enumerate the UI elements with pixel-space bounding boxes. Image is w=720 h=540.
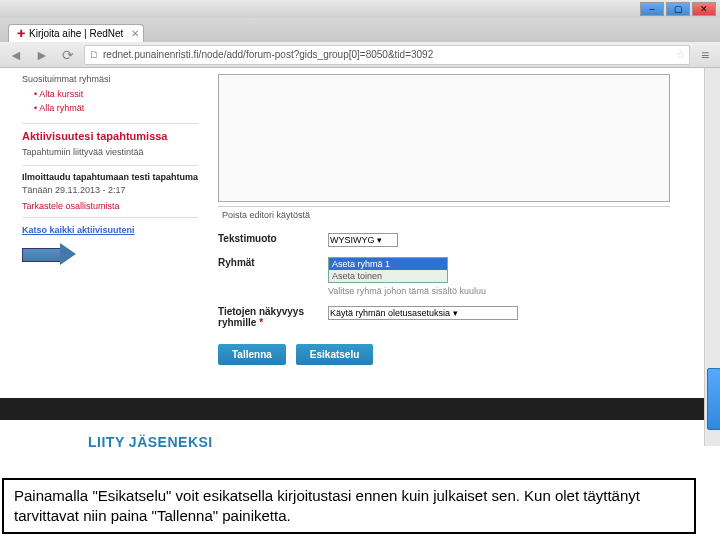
scrollbar[interactable] [704, 68, 720, 446]
preview-button[interactable]: Esikatselu [296, 344, 373, 365]
editor-toggle-link[interactable]: Poista editori käytöstä [218, 206, 670, 223]
page-icon: 🗋 [89, 49, 99, 60]
activity-heading: Aktiivisuutesi tapahtumissa [22, 130, 198, 143]
sidebar-bullet-item[interactable]: Alla ryhmät [34, 102, 198, 116]
divider [22, 217, 198, 218]
signup-heading: Ilmoittaudu tapahtumaan testi tapahtuma [22, 172, 198, 183]
tab-bar: ✚ Kirjoita aihe | RedNet ✕ [0, 18, 720, 42]
groups-label: Ryhmät [218, 257, 328, 296]
view-participants-link[interactable]: Tarkastele osallistumista [22, 201, 120, 211]
instruction-text: Painamalla "Esikatselu" voit esikatsella… [14, 487, 640, 524]
browser-tab[interactable]: ✚ Kirjoita aihe | RedNet ✕ [8, 24, 144, 42]
address-bar: ◄ ► ⟳ 🗋 rednet.punainenristi.fi/node/add… [0, 42, 720, 68]
close-window-button[interactable]: ✕ [692, 2, 716, 16]
visibility-label: Tietojen näkyvyys ryhmille * [218, 306, 328, 328]
activity-subtext: Tapahtumiin liittyvää viestintää [22, 147, 198, 159]
groups-hint: Valitse ryhmä johon tämä sisältö kuuluu [328, 286, 670, 296]
sidebar: Suosituimmat ryhmäsi Alta kurssit Alla r… [0, 68, 210, 398]
sidebar-bullet-list: Alta kurssit Alla ryhmät [34, 88, 198, 115]
minimize-button[interactable]: – [640, 2, 664, 16]
window-controls: – ▢ ✕ [0, 0, 720, 18]
sidebar-subheading: Suosituimmat ryhmäsi [22, 74, 198, 84]
editor-textarea[interactable] [218, 74, 670, 202]
page-content: Suosituimmat ryhmäsi Alta kurssit Alla r… [0, 68, 720, 398]
tab-title: Kirjoita aihe | RedNet [29, 28, 123, 39]
text-format-select[interactable]: WYSIWYG ▾ [328, 233, 398, 247]
group-option[interactable]: Aseta toinen [329, 270, 447, 282]
signup-date: Tänään 29.11.2013 - 2:17 [22, 185, 198, 197]
reload-button[interactable]: ⟳ [58, 45, 78, 65]
main-form: Poista editori käytöstä Tekstimuoto WYSI… [210, 68, 720, 398]
text-format-row: Tekstimuoto WYSIWYG ▾ [218, 233, 670, 247]
divider [22, 123, 198, 124]
back-button[interactable]: ◄ [6, 45, 26, 65]
instruction-overlay: Painamalla "Esikatselu" voit esikatsella… [2, 478, 696, 535]
footer: LIITY JÄSENEKSI [0, 420, 720, 464]
group-option-selected[interactable]: Aseta ryhmä 1 [329, 258, 447, 270]
join-member-heading[interactable]: LIITY JÄSENEKSI [88, 434, 632, 450]
button-row: Tallenna Esikatselu [218, 344, 670, 365]
url-text: rednet.punainenristi.fi/node/add/forum-p… [103, 49, 433, 60]
save-button[interactable]: Tallenna [218, 344, 286, 365]
text-format-label: Tekstimuoto [218, 233, 328, 247]
chrome-menu-icon[interactable]: ≡ [696, 47, 714, 63]
plus-icon: ✚ [17, 28, 25, 39]
view-all-activity-link[interactable]: Katso kaikki aktiivisuuteni [22, 225, 135, 235]
annotation-arrow-icon [22, 243, 82, 265]
bookmark-star-icon[interactable]: ☆ [676, 49, 685, 60]
footer-dark-band [0, 398, 720, 420]
visibility-select[interactable]: Käytä ryhmän oletusasetuksia ▾ [328, 306, 518, 320]
divider [22, 165, 198, 166]
groups-multiselect[interactable]: Aseta ryhmä 1 Aseta toinen [328, 257, 448, 283]
visibility-row: Tietojen näkyvyys ryhmille * Käytä ryhmä… [218, 306, 670, 328]
tab-close-icon[interactable]: ✕ [131, 28, 139, 39]
url-input[interactable]: 🗋 rednet.punainenristi.fi/node/add/forum… [84, 45, 690, 65]
groups-row: Ryhmät Aseta ryhmä 1 Aseta toinen Valits… [218, 257, 670, 296]
sidebar-bullet-item[interactable]: Alta kurssit [34, 88, 198, 102]
forward-button[interactable]: ► [32, 45, 52, 65]
maximize-button[interactable]: ▢ [666, 2, 690, 16]
